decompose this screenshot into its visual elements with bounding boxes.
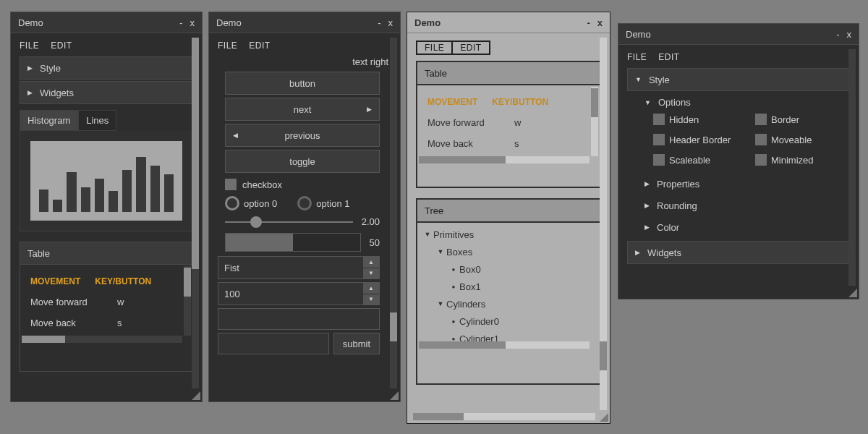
table-row: Move back s	[427, 138, 585, 149]
options-header[interactable]: ▼ Options	[627, 93, 850, 112]
scrollbar[interactable]	[419, 156, 590, 163]
chevron-down-icon[interactable]: ▼	[363, 294, 379, 305]
tree-leaf-cyl0[interactable]: Cylinder0	[422, 312, 595, 330]
menu-edit[interactable]: EDIT	[453, 41, 490, 55]
menubar: FILE EDIT	[218, 41, 391, 51]
scrollbar[interactable]	[413, 413, 595, 420]
chevron-up-icon[interactable]: ▲	[363, 257, 379, 268]
menubar: FILE EDIT	[627, 52, 850, 62]
rounding-header[interactable]: ▶Rounding	[627, 195, 850, 216]
scrollbar[interactable]	[848, 49, 856, 286]
tree-node-primitives[interactable]: ▼Primitives	[422, 226, 595, 243]
button-toggle[interactable]: toggle	[225, 150, 380, 173]
style-header[interactable]: ▼ Style	[627, 68, 850, 91]
minimize-button[interactable]: -	[587, 17, 590, 28]
close-button[interactable]: x	[190, 17, 195, 28]
button-next[interactable]: next ▶	[225, 98, 380, 121]
demo-window-c: Demo - x FILE EDIT Table MOVEMENT KEY/BU…	[407, 12, 610, 424]
option-minimized[interactable]: Minimized	[755, 154, 850, 166]
col-movement: MOVEMENT	[30, 276, 80, 286]
color-header[interactable]: ▶Color	[627, 216, 850, 238]
scrollbar[interactable]	[390, 38, 397, 388]
resize-grip[interactable]	[390, 391, 399, 400]
minimize-button[interactable]: -	[378, 17, 380, 28]
titlebar[interactable]: Demo - x	[209, 12, 400, 33]
menu-edit[interactable]: EDIT	[51, 41, 72, 51]
widgets-header[interactable]: ▶ Widgets	[20, 81, 193, 104]
option-header-border[interactable]: Header Border	[653, 134, 748, 145]
chevron-up-icon[interactable]: ▲	[363, 283, 379, 294]
close-button[interactable]: x	[847, 29, 852, 40]
chevron-right-icon: ▶	[367, 106, 372, 113]
scrollbar[interactable]	[192, 38, 199, 388]
submit-button[interactable]: submit	[333, 333, 380, 354]
option-hidden[interactable]: Hidden	[653, 114, 748, 125]
titlebar[interactable]: Demo - x	[407, 12, 610, 33]
table-row: Move back s	[30, 318, 178, 328]
menu-edit[interactable]: EDIT	[658, 52, 679, 62]
option-moveable[interactable]: Moveable	[755, 134, 850, 145]
bullet-icon	[448, 318, 459, 325]
radio-option-1[interactable]: option 1	[297, 196, 349, 210]
resize-grip[interactable]	[848, 289, 857, 297]
close-button[interactable]: x	[388, 17, 393, 28]
button-plain[interactable]: button	[225, 72, 380, 95]
spin-box[interactable]: 100 ▲▼	[218, 282, 380, 305]
chevron-down-icon: ▼	[635, 76, 642, 83]
close-button[interactable]: x	[597, 17, 603, 28]
button-previous[interactable]: ◀ previous	[225, 124, 380, 147]
checkbox-label: checkbox	[242, 179, 282, 190]
properties-header[interactable]: ▶Properties	[627, 173, 850, 195]
slider[interactable]	[225, 221, 353, 223]
minimize-button[interactable]: -	[836, 29, 839, 40]
combo-box[interactable]: Fist ▲▼	[218, 256, 380, 279]
tree-leaf-box1[interactable]: Box1	[422, 278, 595, 295]
scrollbar[interactable]	[419, 341, 590, 349]
widgets-header[interactable]: ▶ Widgets	[627, 241, 850, 264]
window-title: Demo	[18, 17, 43, 28]
bar	[150, 166, 160, 212]
chevron-right-icon: ▶	[27, 64, 33, 72]
slider-value: 2.00	[362, 216, 380, 227]
option-border[interactable]: Border	[755, 114, 850, 125]
style-header[interactable]: ▶ Style	[20, 56, 193, 80]
slider-knob[interactable]	[250, 216, 262, 228]
tab-histogram[interactable]: Histogram	[20, 110, 78, 131]
scrollbar[interactable]	[600, 38, 607, 410]
table-group: Table MOVEMENT KEY/BUTTON Move forward w…	[416, 61, 601, 188]
chevron-down-icon[interactable]: ▼	[363, 268, 379, 279]
radio-option-0[interactable]: option 0	[225, 196, 277, 210]
col-key: KEY/BUTTON	[492, 97, 548, 107]
progress-value: 50	[370, 237, 380, 248]
demo-window-b: Demo - x FILE EDIT text right button nex…	[208, 12, 401, 402]
tree-leaf-box0[interactable]: Box0	[422, 260, 595, 278]
titlebar[interactable]: Demo - x	[618, 24, 859, 45]
scrollbar[interactable]	[184, 266, 191, 336]
scrollbar[interactable]	[591, 87, 598, 156]
menu-file[interactable]: FILE	[20, 41, 39, 51]
menu-edit[interactable]: EDIT	[249, 41, 270, 51]
bullet-icon	[448, 265, 459, 273]
checkbox[interactable]: checkbox	[225, 179, 380, 190]
resize-grip[interactable]	[192, 391, 200, 400]
tree-node-cylinders[interactable]: ▼Cylinders	[422, 295, 595, 312]
chevron-right-icon: ▶	[27, 89, 33, 96]
bullet-icon	[448, 283, 459, 290]
minimize-button[interactable]: -	[179, 17, 182, 28]
menu-file[interactable]: FILE	[416, 41, 453, 55]
text-input[interactable]	[218, 308, 380, 330]
text-input[interactable]	[218, 333, 329, 354]
demo-window-a: Demo - x FILE EDIT ▶ Style ▶ Widgets His…	[10, 12, 203, 402]
tree-node-boxes[interactable]: ▼Boxes	[422, 243, 595, 260]
resize-grip[interactable]	[600, 413, 608, 422]
titlebar[interactable]: Demo - x	[11, 12, 202, 33]
progress-bar[interactable]	[225, 233, 361, 252]
bar	[122, 170, 132, 212]
scrollbar[interactable]	[22, 336, 182, 343]
menu-file[interactable]: FILE	[627, 52, 647, 62]
menu-file[interactable]: FILE	[218, 41, 237, 51]
option-scaleable[interactable]: Scaleable	[653, 154, 748, 166]
chevron-down-icon: ▼	[644, 99, 651, 106]
tab-lines[interactable]: Lines	[78, 110, 116, 131]
demo-window-d: Demo - x FILE EDIT ▼ Style ▼ Options Hid…	[618, 23, 859, 299]
